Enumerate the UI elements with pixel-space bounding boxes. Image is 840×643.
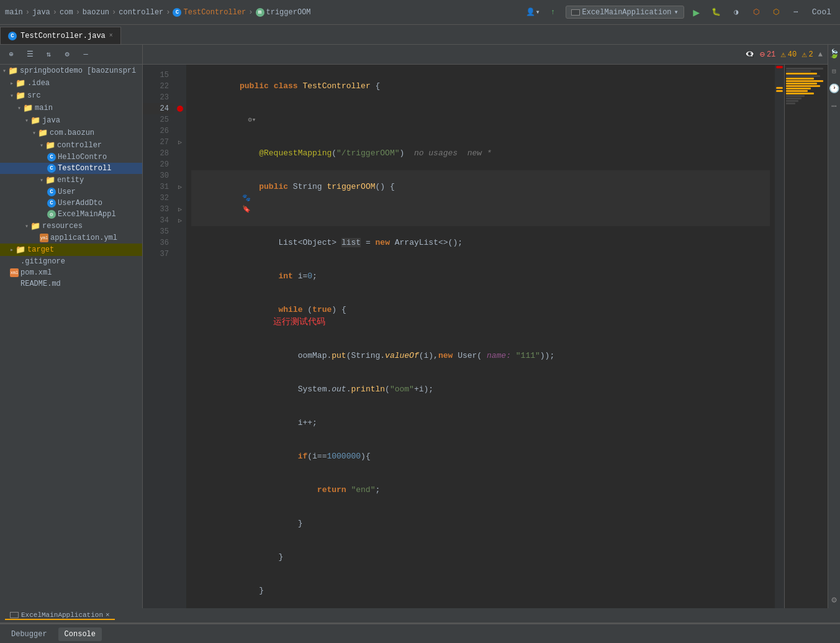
main-content: ⊕ ☰ ⇅ ⚙ — ▾ 📁 springbootdemo [baozunspri…: [0, 45, 840, 608]
more-options-button[interactable]: ⋯: [788, 5, 803, 20]
test-controller-item[interactable]: C TestControll: [0, 163, 142, 174]
vc-update-button[interactable]: ↑: [546, 5, 561, 20]
readme-item[interactable]: README.md: [0, 278, 142, 290]
warning-marker-2: [776, 90, 783, 92]
run-tab-close[interactable]: ×: [106, 611, 110, 619]
test-controller-icon: C: [47, 164, 56, 173]
hello-controller-item[interactable]: C HelloContro: [0, 152, 142, 163]
breakpoint-24[interactable]: [177, 106, 183, 112]
testcontroller-icon: C: [173, 8, 181, 17]
user-add-dto-label: UserAddDto: [58, 199, 102, 207]
run-config-dropdown-icon: ▾: [674, 7, 679, 17]
minimize-button[interactable]: —: [78, 47, 93, 62]
fold-31[interactable]: ▷: [178, 183, 182, 191]
user-item[interactable]: C User: [0, 186, 142, 198]
expand-button[interactable]: ⇅: [41, 47, 56, 62]
fold-34[interactable]: ▷: [178, 217, 182, 224]
excel-main-run-tab[interactable]: ExcelMainApplication ×: [5, 611, 115, 620]
code-line-27: while (true) { 运行测试代码: [191, 293, 770, 339]
hide-icon[interactable]: 👁‍🗨: [745, 50, 754, 59]
project-root-item[interactable]: ▾ 📁 springbootdemo [baozunspri: [0, 65, 142, 77]
com-baozun-folder[interactable]: ▾ 📁 com.baozun: [0, 127, 142, 139]
code-line-26: int i=0;: [191, 260, 770, 293]
profile-button[interactable]: 👤▾: [526, 5, 541, 20]
tab-testcontroller[interactable]: C TestController.java ×: [0, 27, 121, 44]
warning-marker-1: [776, 87, 783, 89]
warning-badge-2[interactable]: ⚠ 2: [802, 49, 813, 60]
minimap-content: [785, 65, 828, 107]
cool-label: Cool: [808, 7, 835, 17]
run-config-label: ExcelMainApplication: [582, 8, 672, 17]
breadcrumb-baozun[interactable]: baozun: [83, 8, 109, 17]
right-gutter: [775, 65, 784, 608]
entity-folder[interactable]: ▾ 📁 entity: [0, 174, 142, 186]
more-icon[interactable]: ⋯: [828, 99, 841, 112]
breadcrumb-com[interactable]: com: [60, 8, 73, 17]
warning-icon-2: ⚠: [802, 49, 806, 60]
console-tab[interactable]: Console: [58, 627, 102, 641]
breadcrumb-triggerOOM[interactable]: triggerOOM: [266, 8, 311, 17]
error-icon: ⊖: [759, 49, 764, 60]
error-marker: [776, 66, 783, 68]
java-folder[interactable]: ▾ 📁 java: [0, 114, 142, 127]
notifications-icon[interactable]: 🍃: [828, 47, 841, 60]
warning-badge-1[interactable]: ⚠ 40: [780, 49, 797, 60]
right-sidebar: 🍃 ⊟ 🕐 ⋯ ⚙: [828, 45, 840, 608]
nav-right: 👤▾ ↑ ExcelMainApplication ▾ ▶ 🐛 ◑ ⬡ ⬡ ⋯ …: [526, 5, 835, 20]
code-line-33: }: [191, 507, 770, 540]
breadcrumb-testcontroller[interactable]: TestController: [183, 8, 246, 17]
excel-main-app-label: ExcelMainAppl: [58, 210, 116, 219]
fold-27[interactable]: ▷: [178, 139, 182, 146]
error-badge[interactable]: ⊖ 21: [759, 49, 775, 60]
coverage-button[interactable]: ◑: [729, 5, 744, 20]
src-folder[interactable]: ▾ 📁 src: [0, 89, 142, 102]
breadcrumb-java[interactable]: java: [32, 8, 50, 17]
code-line-22: ⚙▾: [191, 103, 770, 137]
target-folder[interactable]: ▸ 📁 target: [0, 244, 142, 256]
history-icon[interactable]: 🕐: [828, 82, 841, 94]
java-label: java: [42, 116, 60, 125]
locate-button[interactable]: ⊕: [4, 47, 19, 62]
tab-close-button[interactable]: ×: [109, 32, 113, 39]
gitignore-item[interactable]: .gitignore: [0, 256, 142, 267]
profile-run-button[interactable]: ⬡: [749, 5, 764, 20]
breadcrumb: main › java › com › baozun › controller …: [5, 8, 526, 17]
bookmarks-icon[interactable]: ⊟: [828, 65, 841, 77]
main-folder[interactable]: ▾ 📁 main: [0, 102, 142, 114]
idea-folder[interactable]: ▸ 📁 .idea: [0, 77, 142, 89]
readme-label: README.md: [20, 280, 61, 288]
project-sidebar: ⊕ ☰ ⇅ ⚙ — ▾ 📁 springbootdemo [baozunspri…: [0, 45, 143, 608]
pom-xml-icon: xml: [10, 268, 19, 277]
code-line-24: public String triggerOOM() { 🐾 🔖: [191, 170, 770, 226]
resources-label: resources: [42, 222, 83, 230]
warning-count-1: 40: [788, 50, 797, 59]
more-run-button[interactable]: ⬡: [769, 5, 784, 20]
excel-main-app-item[interactable]: ⚙ ExcelMainAppl: [0, 209, 142, 220]
settings-button[interactable]: ⚙: [60, 47, 75, 62]
breadcrumb-main[interactable]: main: [5, 8, 23, 17]
code-line-15: public class TestController {: [191, 70, 770, 103]
settings-right-icon[interactable]: ⚙: [828, 593, 841, 606]
code-line-23: @RequestMapping("/triggerOOM") no usages…: [191, 137, 770, 170]
pom-xml-label: pom.xml: [20, 268, 52, 277]
run-button[interactable]: ▶: [689, 5, 704, 20]
gitignore-label: .gitignore: [20, 257, 65, 266]
code-lines[interactable]: public class TestController { ⚙▾ @Reques…: [186, 65, 775, 608]
application-yml-item[interactable]: yml application.yml: [0, 232, 142, 244]
collapse-all-button[interactable]: ☰: [22, 47, 37, 62]
fold-33[interactable]: ▷: [178, 206, 182, 213]
run-config-selector[interactable]: ExcelMainApplication ▾: [566, 6, 684, 19]
hello-controller-icon: C: [47, 153, 56, 162]
code-line-28: oomMap.put(String.valueOf(i),new User( n…: [191, 339, 770, 373]
user-add-dto-icon: C: [47, 199, 56, 207]
idea-label: .idea: [27, 79, 50, 88]
controller-folder[interactable]: ▾ 📁 controller: [0, 139, 142, 152]
pom-xml-item[interactable]: xml pom.xml: [0, 267, 142, 278]
breadcrumb-controller[interactable]: controller: [119, 8, 163, 17]
user-add-dto-item[interactable]: C UserAddDto: [0, 198, 142, 209]
scroll-up-button[interactable]: ▲: [818, 50, 823, 59]
debug-button[interactable]: 🐛: [709, 5, 724, 20]
resources-folder[interactable]: ▾ 📁 resources: [0, 220, 142, 232]
debugger-tab[interactable]: Debugger: [5, 627, 53, 641]
tab-label: TestController.java: [20, 32, 106, 40]
